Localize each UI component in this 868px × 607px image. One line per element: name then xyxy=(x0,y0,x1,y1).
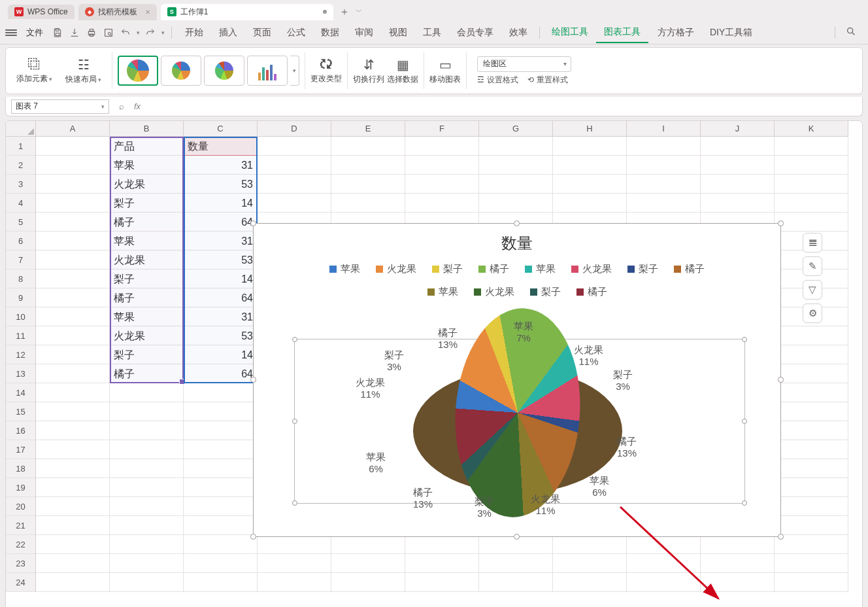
add-element-button[interactable]: ⿻ 添加元素▾ xyxy=(16,57,52,84)
cell[interactable] xyxy=(36,288,110,307)
row-header[interactable]: 6 xyxy=(6,232,36,251)
legend-item[interactable]: 梨子 xyxy=(530,286,561,298)
cell[interactable] xyxy=(775,440,848,459)
cell[interactable] xyxy=(184,554,258,573)
pie-data-label[interactable]: 梨子3% xyxy=(384,349,404,373)
cell[interactable] xyxy=(184,516,258,535)
resize-handle[interactable] xyxy=(742,337,747,342)
row-header[interactable]: 15 xyxy=(6,402,36,421)
cell[interactable] xyxy=(775,573,848,592)
chart-elements-button[interactable]: 𝌆 xyxy=(803,233,822,252)
chart-styles-button[interactable]: ✎ xyxy=(803,256,822,276)
column-header[interactable]: B xyxy=(110,121,184,137)
cell[interactable] xyxy=(110,535,184,554)
cell[interactable] xyxy=(36,175,110,194)
cell[interactable] xyxy=(184,383,258,402)
tab-wps-office[interactable]: WPS Office xyxy=(8,5,75,19)
cell[interactable] xyxy=(775,421,848,440)
menu-视图[interactable]: 视图 xyxy=(381,23,415,43)
save-icon[interactable] xyxy=(50,25,65,41)
cell[interactable] xyxy=(36,459,110,478)
cell[interactable] xyxy=(701,573,775,592)
row-header[interactable]: 17 xyxy=(6,440,36,459)
cell[interactable] xyxy=(110,516,184,535)
cell[interactable] xyxy=(627,535,701,554)
move-chart-button[interactable]: ▭ 移动图表 xyxy=(429,57,461,85)
pie-data-label[interactable]: 苹果7% xyxy=(514,321,533,344)
row-header[interactable]: 13 xyxy=(6,364,36,383)
cell[interactable] xyxy=(405,535,479,554)
cell[interactable]: 53 xyxy=(184,326,258,345)
cell[interactable]: 产品 xyxy=(110,137,184,156)
switch-rowcol-button[interactable]: ⇵ 切换行列 xyxy=(353,57,384,85)
cell[interactable] xyxy=(36,554,110,573)
resize-handle[interactable] xyxy=(292,337,297,342)
cell[interactable] xyxy=(36,307,110,326)
tab-template[interactable]: 找稻壳模板 ✕ xyxy=(78,4,157,20)
chart-style-2[interactable] xyxy=(161,56,201,86)
cell[interactable] xyxy=(36,573,110,592)
row-header[interactable]: 24 xyxy=(6,573,36,592)
file-menu[interactable]: 文件 xyxy=(21,24,48,41)
cell[interactable] xyxy=(331,137,405,156)
cell[interactable]: 31 xyxy=(184,232,258,251)
legend-item[interactable]: 苹果 xyxy=(427,286,458,298)
row-header[interactable]: 2 xyxy=(6,156,36,175)
cell[interactable] xyxy=(775,364,848,383)
cell[interactable]: 苹果 xyxy=(110,232,184,251)
legend-item[interactable]: 橘子 xyxy=(478,263,509,275)
column-header[interactable]: H xyxy=(553,121,627,137)
cell[interactable]: 橘子 xyxy=(110,213,184,232)
cell[interactable] xyxy=(184,421,258,440)
undo-icon[interactable] xyxy=(118,25,133,41)
legend-item[interactable]: 苹果 xyxy=(329,263,360,275)
pie-data-label[interactable]: 火龙果11% xyxy=(531,493,560,517)
cell[interactable] xyxy=(331,554,405,573)
row-header[interactable]: 4 xyxy=(6,194,36,213)
add-tab-button[interactable]: ＋ xyxy=(337,5,352,19)
legend-item[interactable]: 梨子 xyxy=(627,263,658,275)
select-all-button[interactable] xyxy=(6,121,36,137)
legend-item[interactable]: 梨子 xyxy=(432,263,463,275)
cell[interactable]: 14 xyxy=(184,269,258,288)
cell[interactable] xyxy=(36,213,110,232)
cell[interactable] xyxy=(479,156,553,175)
cell[interactable]: 53 xyxy=(184,251,258,269)
cell[interactable] xyxy=(627,137,701,156)
column-header[interactable]: G xyxy=(479,121,553,137)
cell[interactable] xyxy=(331,535,405,554)
resize-handle[interactable] xyxy=(514,220,520,226)
cell[interactable]: 苹果 xyxy=(110,156,184,175)
chart-style-3[interactable] xyxy=(204,56,244,86)
row-header[interactable]: 20 xyxy=(6,497,36,516)
change-type-button[interactable]: 🗘 更改类型 xyxy=(310,57,342,84)
resize-handle[interactable] xyxy=(250,377,256,383)
chart-style-1[interactable] xyxy=(118,56,158,86)
embedded-chart[interactable]: 数量 苹果火龙果梨子橘子苹果火龙果梨子橘子苹果火龙果梨子橘子 苹果7%火龙果11… xyxy=(253,223,781,537)
pie-data-label[interactable]: 苹果6% xyxy=(366,451,386,475)
cell[interactable]: 53 xyxy=(184,175,258,194)
cell[interactable] xyxy=(775,535,848,554)
cell[interactable] xyxy=(775,326,848,345)
cell[interactable] xyxy=(36,516,110,535)
cell[interactable] xyxy=(405,156,479,175)
quick-layout-button[interactable]: ☷ 快速布局▾ xyxy=(65,57,101,85)
cell[interactable] xyxy=(110,459,184,478)
cell[interactable] xyxy=(36,478,110,497)
cell[interactable] xyxy=(775,497,848,516)
pie-data-label[interactable]: 橘子13% xyxy=(438,327,458,351)
row-header[interactable]: 18 xyxy=(6,459,36,478)
cell[interactable] xyxy=(701,194,775,213)
cell[interactable] xyxy=(701,554,775,573)
row-header[interactable]: 16 xyxy=(6,421,36,440)
column-header[interactable]: A xyxy=(36,121,110,137)
cell[interactable] xyxy=(184,497,258,516)
print-icon[interactable] xyxy=(84,25,99,41)
cell[interactable]: 31 xyxy=(184,156,258,175)
legend-item[interactable]: 火龙果 xyxy=(474,286,514,298)
tab-workbook1[interactable]: 工作簿1 xyxy=(161,4,334,20)
cell[interactable] xyxy=(627,573,701,592)
cell[interactable] xyxy=(627,554,701,573)
cell[interactable] xyxy=(701,137,775,156)
column-header[interactable]: E xyxy=(331,121,405,137)
